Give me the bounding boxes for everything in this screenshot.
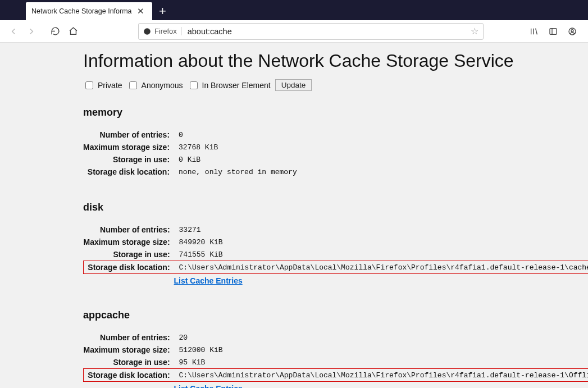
table-row: Storage in use:95 KiB (84, 356, 589, 369)
memory-inuse: 0 KiB (173, 153, 297, 166)
account-button[interactable] (563, 22, 581, 40)
appcache-entries: 20 (174, 331, 588, 344)
appcache-inuse: 95 KiB (174, 356, 588, 369)
table-row: Maximum storage size:849920 KiB (84, 236, 589, 248)
section-memory: memory Number of entries:0 Maximum stora… (83, 107, 582, 178)
forward-button[interactable] (22, 22, 40, 40)
diskloc-label: Storage disk location: (84, 261, 174, 274)
url-input[interactable] (186, 26, 471, 36)
maxsize-label: Maximum storage size: (84, 236, 174, 248)
entries-label: Number of entries: (84, 223, 174, 236)
forward-icon (26, 26, 37, 36)
table-row: List Cache Entries (84, 274, 589, 286)
diskloc-label: Storage disk location: (83, 166, 173, 178)
svg-line-3 (536, 28, 537, 34)
disk-entries: 33271 (174, 223, 588, 236)
table-row: Maximum storage size:32768 KiB (83, 141, 297, 153)
table-row: Number of entries:33271 (84, 223, 589, 236)
svg-point-7 (571, 29, 573, 31)
inuse-label: Storage in use: (83, 153, 173, 166)
table-row: Storage in use:741555 KiB (84, 248, 589, 261)
identity-label: Firefox (154, 27, 177, 35)
update-button[interactable]: Update (275, 79, 312, 91)
svg-rect-4 (550, 28, 557, 34)
identity-box[interactable]: Firefox (143, 27, 182, 35)
anonymous-checkbox-label[interactable]: Anonymous (127, 80, 183, 91)
page-title: Information about the Network Cache Stor… (83, 51, 582, 71)
private-checkbox[interactable] (85, 81, 93, 89)
appcache-table: Number of entries:20 Maximum storage siz… (83, 331, 588, 388)
appcache-diskloc: C:\Users\Administrator\AppData\Local\Moz… (174, 369, 588, 382)
options-row: Private Anonymous In Browser Element Upd… (83, 79, 582, 91)
browser-tab[interactable]: Network Cache Storage Informa ✕ (26, 2, 152, 20)
bookmark-star-icon[interactable]: ☆ (471, 26, 478, 36)
new-tab-button[interactable]: + (152, 2, 173, 20)
entries-label: Number of entries: (84, 331, 174, 344)
anonymous-label-text: Anonymous (142, 81, 183, 90)
table-row: Storage disk location:none, only stored … (83, 166, 297, 178)
account-icon (568, 27, 577, 36)
maxsize-label: Maximum storage size: (83, 141, 173, 153)
library-icon (530, 27, 539, 36)
memory-heading: memory (83, 107, 582, 118)
table-row: List Cache Entries (84, 382, 589, 389)
reload-button[interactable] (46, 22, 64, 40)
private-checkbox-label[interactable]: Private (83, 80, 122, 91)
tab-bar: Network Cache Storage Informa ✕ + (0, 0, 588, 20)
inbrowser-checkbox[interactable] (190, 81, 198, 89)
table-row-highlighted: Storage disk location:C:\Users\Administr… (84, 261, 589, 274)
table-row: Number of entries:20 (84, 331, 589, 344)
tab-title: Network Cache Storage Informa (31, 7, 135, 15)
entries-label: Number of entries: (83, 129, 173, 141)
inbrowser-label-text: In Browser Element (202, 81, 271, 90)
back-button[interactable] (4, 22, 22, 40)
private-label-text: Private (98, 81, 122, 90)
table-row-highlighted: Storage disk location:C:\Users\Administr… (84, 369, 589, 382)
maxsize-label: Maximum storage size: (84, 344, 174, 356)
table-row: Maximum storage size:512000 KiB (84, 344, 589, 356)
anonymous-checkbox[interactable] (129, 81, 137, 89)
table-row: Storage in use:0 KiB (83, 153, 297, 166)
diskloc-label: Storage disk location: (84, 369, 174, 382)
inbrowser-checkbox-label[interactable]: In Browser Element (188, 80, 271, 91)
section-appcache: appcache Number of entries:20 Maximum st… (83, 309, 582, 388)
appcache-heading: appcache (83, 309, 582, 321)
disk-heading: disk (83, 202, 582, 213)
disk-maxsize: 849920 KiB (174, 236, 588, 248)
url-bar[interactable]: Firefox ☆ (138, 23, 484, 40)
memory-entries: 0 (173, 129, 297, 141)
library-button[interactable] (525, 22, 543, 40)
close-tab-icon[interactable]: ✕ (135, 6, 147, 16)
inuse-label: Storage in use: (84, 248, 174, 261)
disk-diskloc: C:\Users\Administrator\AppData\Local\Moz… (174, 261, 588, 274)
appcache-maxsize: 512000 KiB (174, 344, 588, 356)
memory-diskloc: none, only stored in memory (173, 166, 297, 178)
list-cache-entries-link[interactable]: List Cache Entries (174, 384, 243, 388)
list-cache-entries-link[interactable]: List Cache Entries (174, 276, 243, 285)
page-body: Information about the Network Cache Stor… (0, 43, 588, 388)
back-icon (8, 26, 19, 36)
toolbar-right (525, 22, 584, 40)
section-disk: disk Number of entries:33271 Maximum sto… (83, 202, 582, 286)
sidebar-button[interactable] (544, 22, 562, 40)
memory-table: Number of entries:0 Maximum storage size… (83, 129, 297, 178)
sidebar-icon (549, 27, 558, 36)
home-icon (69, 26, 78, 36)
home-button[interactable] (64, 22, 82, 40)
memory-maxsize: 32768 KiB (173, 141, 297, 153)
disk-inuse: 741555 KiB (174, 248, 588, 261)
table-row: Number of entries:0 (83, 129, 297, 141)
inuse-label: Storage in use: (84, 356, 174, 369)
toolbar: Firefox ☆ (0, 20, 588, 43)
reload-icon (51, 26, 60, 36)
svg-point-0 (144, 28, 151, 35)
disk-table: Number of entries:33271 Maximum storage … (83, 223, 588, 286)
firefox-icon (143, 28, 151, 35)
